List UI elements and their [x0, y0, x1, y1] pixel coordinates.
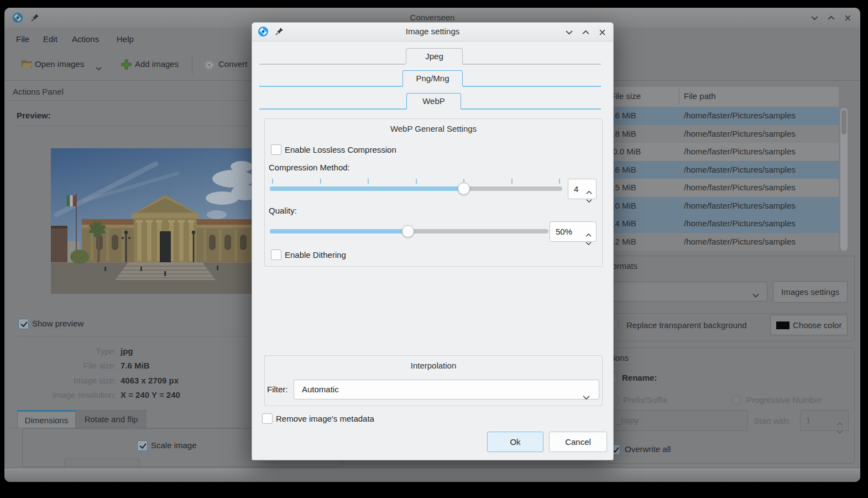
lossless-label: Enable Lossless Compression [285, 145, 396, 154]
menu-edit[interactable]: Edit [43, 34, 57, 44]
compression-method-label: Compression Method: [269, 163, 350, 172]
info-imagesize-label: Image size: [17, 376, 116, 385]
file-path-cell: /home/faster/Pictures/samples [684, 197, 796, 215]
images-settings-label: Images settings [781, 287, 839, 297]
info-resolution-value: X = 240 Y = 240 [121, 390, 180, 400]
webp-line-left [259, 108, 406, 110]
chevron-down-icon [96, 63, 102, 72]
column-separator[interactable] [679, 89, 679, 105]
gear-icon [203, 59, 215, 72]
dialog-titlebar[interactable]: Image settings [252, 23, 613, 42]
tab-jpeg[interactable]: Jpeg [406, 48, 463, 64]
info-type-label: Type: [17, 346, 116, 356]
info-filesize-value: 7.6 MiB [121, 361, 150, 370]
dithering-checkbox[interactable] [271, 250, 281, 260]
file-path-cell: /home/faster/Pictures/samples [684, 143, 796, 161]
file-path-cell: /home/faster/Pictures/samples [684, 125, 796, 143]
open-images-button[interactable]: Open images [18, 58, 128, 80]
prefix-suffix-label: Prefix/Suffix [623, 395, 667, 404]
convert-label: Convert [218, 59, 248, 69]
jpeg-line-right [463, 64, 601, 65]
jpeg-line-left [259, 64, 405, 65]
ok-button[interactable]: Ok [487, 432, 543, 452]
quality-slider-fill [270, 229, 408, 234]
add-plus-icon [121, 59, 132, 72]
toolbar-separator [192, 55, 192, 75]
minimize-icon[interactable] [811, 14, 818, 23]
tab-png-mng[interactable]: Png/Mng [402, 70, 463, 86]
add-images-button[interactable]: Add images [117, 58, 189, 80]
quality-label: Quality: [269, 206, 297, 215]
webp-group-title: WebP General Settings [265, 124, 602, 133]
file-path-cell: /home/faster/Pictures/samples [684, 233, 796, 251]
start-with-label: Start with: [754, 416, 791, 426]
file-path-cell: /home/faster/Pictures/samples [684, 215, 796, 233]
spin-down-icon[interactable] [586, 190, 592, 210]
spin-down-icon[interactable] [836, 422, 843, 442]
width-field-partial[interactable] [64, 459, 140, 467]
scale-image-checkbox[interactable] [137, 440, 148, 451]
minimize-icon[interactable] [566, 28, 573, 38]
progressive-number-label: Progressive Number [746, 395, 822, 404]
spin-down-icon[interactable] [585, 233, 592, 252]
chevron-down-icon [752, 290, 759, 299]
quality-value: 50% [556, 227, 572, 236]
choose-color-label: Choose color [793, 320, 841, 330]
choose-color-button[interactable]: Choose color [770, 315, 848, 335]
webp-settings-group: WebP General Settings [264, 118, 603, 267]
maximize-icon[interactable] [582, 28, 589, 38]
dithering-label: Enable Dithering [285, 250, 346, 260]
menu-file[interactable]: File [16, 34, 29, 44]
scale-image-label: Scale image [151, 440, 197, 450]
scrollbar-thumb[interactable] [841, 110, 846, 134]
filter-combobox[interactable]: Automatic [294, 380, 599, 400]
file-path-cell: /home/faster/Pictures/samples [684, 179, 796, 197]
show-preview-checkbox[interactable] [18, 319, 29, 329]
image-settings-dialog: Image settings Jpeg Png/Mng WebP WebP Ge… [252, 22, 614, 460]
quality-slider-handle[interactable] [402, 225, 414, 237]
maximize-icon[interactable] [828, 14, 835, 23]
tab-rotate-and-flip[interactable]: Rotate and flip [76, 410, 147, 428]
color-swatch [776, 321, 789, 329]
quality-spinbox[interactable]: 50% [550, 221, 597, 242]
filter-label: Filter: [267, 385, 288, 394]
info-resolution-label: Image resolution: [17, 390, 116, 400]
webp-line-right [461, 108, 601, 110]
chevron-down-icon [583, 388, 590, 407]
file-path-cell: /home/faster/Pictures/samples [684, 107, 796, 125]
table-scrollbar[interactable] [840, 108, 848, 251]
compression-slider[interactable] [270, 186, 562, 191]
dialog-title: Image settings [252, 27, 613, 36]
rename-pattern-field[interactable]: _copy [592, 410, 748, 431]
remove-metadata-checkbox[interactable] [262, 413, 273, 424]
lossless-checkbox[interactable] [271, 144, 281, 155]
remove-metadata-label: Remove image's metadata [276, 414, 374, 423]
rename-label: Rename: [622, 373, 657, 382]
compression-slider-handle[interactable] [458, 183, 470, 195]
info-filesize-label: File size: [17, 361, 116, 370]
tab-dimensions[interactable]: Dimensions [17, 410, 76, 428]
menu-help[interactable]: Help [117, 34, 134, 44]
filter-value: Automatic [302, 385, 339, 394]
col-file-size[interactable]: File size [610, 91, 641, 101]
add-images-label: Add images [135, 59, 179, 69]
start-with-spinbox[interactable]: 1 [800, 410, 849, 431]
cancel-label: Cancel [565, 437, 591, 447]
file-path-cell: /home/faster/Pictures/samples [684, 161, 796, 179]
start-with-value: 1 [806, 416, 811, 425]
cancel-button[interactable]: Cancel [549, 432, 607, 452]
col-file-path[interactable]: File path [684, 91, 716, 101]
tab-webp[interactable]: WebP [406, 93, 461, 109]
progressive-number-radio[interactable] [731, 395, 741, 405]
close-icon[interactable] [844, 14, 851, 23]
png-line-right [463, 86, 601, 87]
replace-background-label: Replace transparent background [626, 320, 747, 330]
status-bar [4, 468, 860, 482]
close-icon[interactable] [599, 28, 606, 38]
compression-slider-fill [270, 186, 464, 191]
menu-actions[interactable]: Actions [72, 34, 99, 44]
images-settings-button[interactable]: Images settings [773, 281, 848, 303]
compression-spinbox[interactable]: 4 [568, 179, 597, 199]
interpolation-group-title: Interpolation [265, 361, 602, 370]
info-type-value: jpg [121, 346, 133, 356]
